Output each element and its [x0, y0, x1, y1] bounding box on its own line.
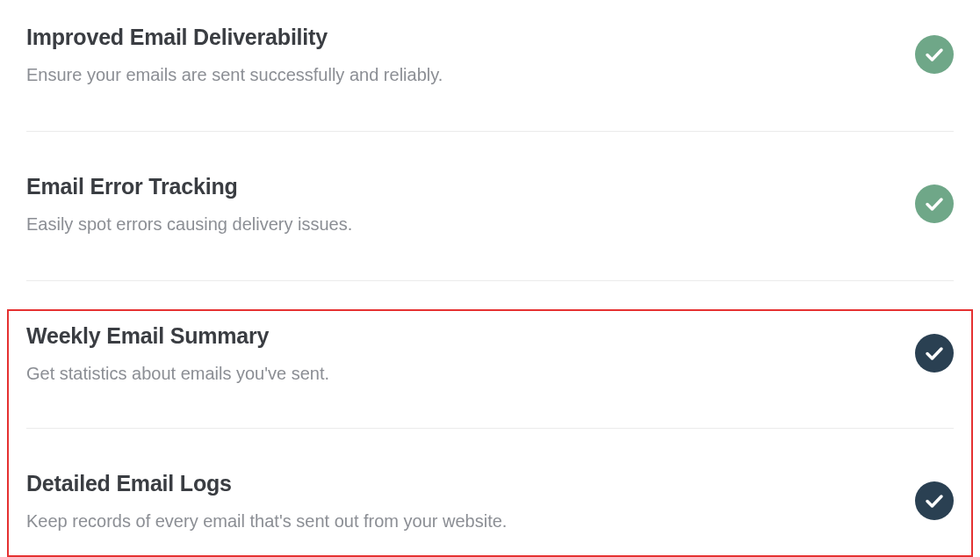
feature-text: Email Error Tracking Easily spot errors … [26, 174, 897, 236]
feature-row-error-tracking: Email Error Tracking Easily spot errors … [26, 174, 954, 281]
feature-description: Easily spot errors causing delivery issu… [26, 212, 897, 236]
check-icon [915, 184, 954, 223]
feature-row-email-logs: Detailed Email Logs Keep records of ever… [26, 471, 954, 533]
feature-row-deliverability: Improved Email Deliverability Ensure you… [26, 25, 954, 132]
feature-text: Weekly Email Summary Get statistics abou… [26, 323, 897, 386]
feature-description: Ensure your emails are sent successfully… [26, 62, 897, 87]
feature-text: Detailed Email Logs Keep records of ever… [26, 471, 897, 533]
check-icon [915, 481, 954, 520]
feature-text: Improved Email Deliverability Ensure you… [26, 25, 897, 87]
feature-description: Get statistics about emails you've sent. [26, 361, 897, 386]
feature-title: Weekly Email Summary [26, 323, 897, 349]
feature-title: Detailed Email Logs [26, 471, 897, 496]
feature-title: Email Error Tracking [26, 174, 897, 199]
feature-list: Improved Email Deliverability Ensure you… [0, 0, 980, 533]
feature-description: Keep records of every email that's sent … [26, 509, 897, 533]
feature-title: Improved Email Deliverability [26, 25, 897, 50]
feature-row-weekly-summary: Weekly Email Summary Get statistics abou… [26, 323, 954, 429]
check-icon [915, 35, 954, 74]
check-icon [915, 334, 954, 373]
